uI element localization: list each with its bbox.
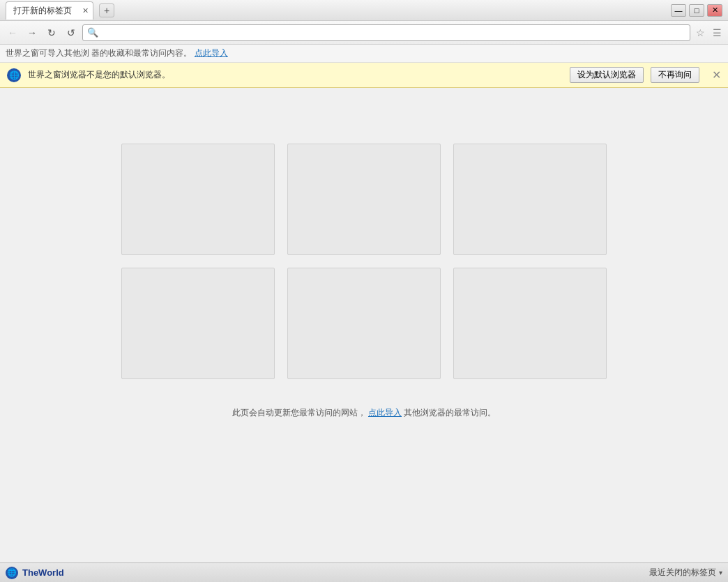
refresh-button[interactable]: ↻ <box>43 24 60 41</box>
footer-text: 此页会自动更新您最常访问的网站， 点此导入 其他浏览器的最常访问。 <box>232 407 496 419</box>
globe-icon: 🌐 <box>9 70 20 80</box>
thumbnail-1[interactable] <box>121 144 275 255</box>
maximize-icon: □ <box>695 6 699 15</box>
thumbnail-6[interactable] <box>453 268 607 379</box>
menu-icon[interactable]: ☰ <box>710 26 724 40</box>
maximize-button[interactable]: □ <box>689 4 704 17</box>
recent-tabs-button[interactable]: 最近关闭的标签页 ▾ <box>649 567 722 579</box>
thumbnail-4[interactable] <box>121 268 275 379</box>
active-tab[interactable]: 打开新的标签页 ✕ <box>6 1 93 20</box>
import-bar: 世界之窗可导入其他浏 器的收藏和最常访问内容。 点此导入 <box>0 45 728 63</box>
minimize-icon: — <box>675 6 683 15</box>
import-bar-text: 世界之窗可导入其他浏 器的收藏和最常访问内容。 点此导入 <box>6 47 228 59</box>
new-tab-button[interactable]: + <box>99 3 114 17</box>
forward-button[interactable]: → <box>24 24 40 41</box>
status-left: 🌐 TheWorld <box>6 567 64 579</box>
main-content: 此页会自动更新您最常访问的网站， 点此导入 其他浏览器的最常访问。 <box>0 88 728 562</box>
title-bar-left: 打开新的标签页 ✕ + <box>6 1 114 20</box>
brand-name: TheWorld <box>22 567 64 578</box>
thumbnail-2[interactable] <box>287 144 441 255</box>
notification-bar: 🌐 世界之窗浏览器不是您的默认浏览器。 设为默认浏览器 不再询问 ✕ <box>0 63 728 88</box>
title-bar: 打开新的标签页 ✕ + — □ ✕ <box>0 0 728 21</box>
thumbnail-grid <box>121 144 607 379</box>
status-bar: 🌐 TheWorld 最近关闭的标签页 ▾ <box>0 562 728 582</box>
chevron-down-icon: ▾ <box>719 569 722 576</box>
status-globe-icon: 🌐 <box>6 567 18 579</box>
recent-tabs-label: 最近关闭的标签页 <box>649 567 716 579</box>
close-icon: ✕ <box>712 6 718 15</box>
set-default-button[interactable]: 设为默认浏览器 <box>570 67 644 83</box>
close-button[interactable]: ✕ <box>707 4 722 17</box>
browser-logo: 🌐 <box>7 68 21 82</box>
stop-button[interactable]: ↺ <box>63 24 79 41</box>
bookmark-icon[interactable]: ☆ <box>693 26 707 40</box>
address-input[interactable] <box>101 28 685 38</box>
navigation-bar: ← → ↻ ↺ 🔍 ☆ ☰ <box>0 21 728 45</box>
globe-small-icon: 🌐 <box>7 568 17 577</box>
notification-text: 世界之窗浏览器不是您的默认浏览器。 <box>28 69 563 81</box>
back-button[interactable]: ← <box>4 24 21 41</box>
thumbnail-5[interactable] <box>287 268 441 379</box>
address-bar-container: 🔍 <box>82 24 690 41</box>
thumbnail-3[interactable] <box>453 144 607 255</box>
search-icon: 🔍 <box>87 27 98 38</box>
footer-import-link[interactable]: 点此导入 <box>368 408 402 418</box>
tab-label: 打开新的标签页 <box>13 6 72 15</box>
minimize-button[interactable]: — <box>671 4 686 17</box>
address-right-icons: ☆ ☰ <box>693 26 724 40</box>
import-link[interactable]: 点此导入 <box>195 48 228 58</box>
window-controls: — □ ✕ <box>671 4 722 17</box>
tab-close-icon[interactable]: ✕ <box>82 6 89 15</box>
dismiss-button[interactable]: 不再询问 <box>651 67 699 83</box>
notification-close-icon[interactable]: ✕ <box>712 68 721 82</box>
